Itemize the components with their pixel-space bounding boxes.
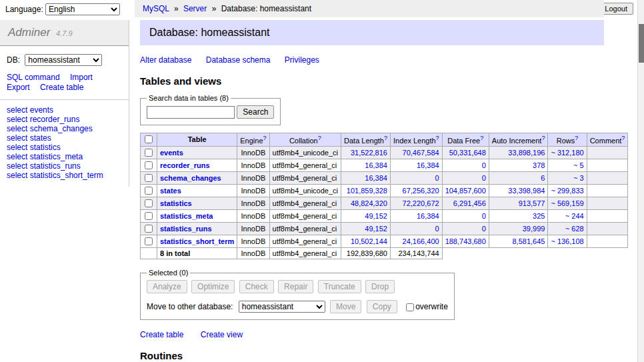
drop-button[interactable]: Drop — [365, 280, 395, 293]
move-database-select[interactable]: homeassistant — [239, 301, 325, 313]
adminer-logo-link[interactable]: Adminer — [8, 26, 50, 39]
search-input[interactable] — [147, 106, 235, 119]
rows-link-schema_changes[interactable]: ~ 3 — [573, 174, 584, 182]
data-length-link-states[interactable]: 101,859,328 — [347, 187, 387, 195]
language-select[interactable]: English — [45, 3, 120, 15]
sidebar-table-link-recorder_runs[interactable]: recorder_runs — [30, 115, 80, 124]
row-checkbox-schema_changes[interactable] — [145, 174, 153, 182]
breadcrumb-link-mysql[interactable]: MySQL — [143, 4, 169, 13]
select-link-states[interactable]: select — [7, 133, 27, 143]
data-length-link-events[interactable]: 31,522,816 — [351, 149, 387, 157]
repair-button[interactable]: Repair — [278, 280, 313, 293]
index-length-link-statistics[interactable]: 72,220,672 — [403, 199, 439, 207]
column-help-link[interactable]: ? — [384, 135, 387, 141]
index-length-link-events[interactable]: 70,467,584 — [403, 149, 439, 157]
breadcrumb-link-server[interactable]: Server — [183, 4, 207, 13]
index-length-link-schema_changes[interactable]: 0 — [435, 174, 439, 182]
sidebar-table-link-statistics_short_term[interactable]: statistics_short_term — [30, 171, 103, 180]
sidebar-table-link-statistics_meta[interactable]: statistics_meta — [30, 152, 83, 161]
data-free-link-statistics_runs[interactable]: 0 — [482, 225, 486, 233]
sidebar-table-link-statistics[interactable]: statistics — [30, 143, 61, 152]
sql-command-link[interactable]: SQL command — [7, 73, 60, 82]
create-view-link[interactable]: Create view — [201, 330, 243, 339]
logout-button[interactable]: Logout — [599, 3, 633, 15]
rows-link-statistics_runs[interactable]: ~ 628 — [565, 225, 584, 233]
vertical-scrollbar[interactable] — [637, 0, 644, 362]
row-checkbox-recorder_runs[interactable] — [145, 161, 153, 169]
index-length-link-states[interactable]: 67,256,320 — [403, 187, 439, 195]
data-length-link-recorder_runs[interactable]: 16,384 — [365, 161, 387, 169]
select-link-schema_changes[interactable]: select — [7, 124, 27, 133]
auto-increment-link-statistics_meta[interactable]: 325 — [533, 212, 545, 220]
table-structure-link-states[interactable]: states — [160, 187, 181, 195]
auto-increment-link-events[interactable]: 33,898,196 — [508, 149, 545, 157]
scrollbar-thumb[interactable] — [639, 24, 644, 63]
table-structure-link-schema_changes[interactable]: schema_changes — [160, 174, 221, 182]
table-structure-link-statistics[interactable]: statistics — [160, 199, 192, 207]
row-checkbox-statistics_short_term[interactable] — [145, 237, 153, 245]
sidebar-table-link-events[interactable]: events — [30, 105, 53, 115]
sidebar-table-link-schema_changes[interactable]: schema_changes — [30, 124, 93, 133]
column-help-link[interactable]: ? — [263, 135, 267, 141]
table-structure-link-events[interactable]: events — [160, 149, 183, 157]
data-free-link-statistics[interactable]: 6,291,456 — [453, 199, 486, 207]
auto-increment-link-schema_changes[interactable]: 6 — [541, 174, 545, 182]
data-free-link-recorder_runs[interactable]: 0 — [482, 161, 486, 169]
select-link-statistics_meta[interactable]: select — [7, 152, 27, 161]
table-structure-link-statistics_meta[interactable]: statistics_meta — [160, 212, 213, 220]
database-schema-link[interactable]: Database schema — [206, 55, 271, 65]
check-button[interactable]: Check — [239, 280, 274, 293]
data-free-link-events[interactable]: 50,331,648 — [449, 149, 486, 157]
auto-increment-link-statistics[interactable]: 913,577 — [519, 199, 545, 207]
select-link-statistics_runs[interactable]: select — [7, 161, 27, 171]
search-button[interactable]: Search — [237, 105, 274, 119]
rows-link-events[interactable]: ~ 312,180 — [551, 149, 583, 157]
alter-database-link[interactable]: Alter database — [140, 55, 191, 65]
column-help-link[interactable]: ? — [480, 135, 483, 141]
overwrite-checkbox[interactable] — [406, 303, 414, 311]
import-link[interactable]: Import — [70, 73, 93, 82]
column-help-link[interactable]: ? — [318, 135, 321, 141]
optimize-button[interactable]: Optimize — [191, 280, 235, 293]
row-checkbox-statistics_runs[interactable] — [145, 225, 153, 233]
table-structure-link-recorder_runs[interactable]: recorder_runs — [160, 161, 210, 169]
index-length-link-statistics_short_term[interactable]: 24,166,400 — [403, 237, 439, 245]
select-link-statistics[interactable]: select — [7, 143, 27, 152]
data-length-link-schema_changes[interactable]: 16,384 — [365, 174, 387, 182]
export-link[interactable]: Export — [7, 83, 30, 92]
rows-link-statistics[interactable]: ~ 569,159 — [551, 199, 583, 207]
create-table-link-sidebar[interactable]: Create table — [40, 83, 83, 92]
copy-button[interactable]: Copy — [367, 300, 397, 313]
auto-increment-link-statistics_runs[interactable]: 39,999 — [523, 225, 545, 233]
data-length-link-statistics[interactable]: 48,824,320 — [351, 199, 387, 207]
row-checkbox-statistics_meta[interactable] — [145, 212, 153, 220]
move-button[interactable]: Move — [330, 300, 361, 313]
data-length-link-statistics_short_term[interactable]: 10,502,144 — [351, 237, 387, 245]
rows-link-states[interactable]: ~ 299,833 — [551, 187, 583, 195]
column-help-link[interactable]: ? — [575, 135, 578, 141]
data-free-link-statistics_meta[interactable]: 0 — [482, 212, 486, 220]
column-help-link[interactable]: ? — [436, 135, 439, 141]
row-checkbox-statistics[interactable] — [145, 199, 153, 207]
index-length-link-recorder_runs[interactable]: 16,384 — [417, 161, 439, 169]
index-length-link-statistics_meta[interactable]: 16,384 — [417, 212, 439, 220]
select-all-checkbox[interactable] — [145, 135, 153, 143]
create-table-link[interactable]: Create table — [140, 330, 183, 339]
auto-increment-link-states[interactable]: 33,398,984 — [508, 187, 545, 195]
privileges-link[interactable]: Privileges — [285, 55, 319, 65]
select-link-recorder_runs[interactable]: select — [7, 115, 27, 124]
analyze-button[interactable]: Analyze — [147, 280, 187, 293]
row-checkbox-states[interactable] — [145, 187, 153, 195]
rows-link-statistics_short_term[interactable]: ~ 136,108 — [551, 237, 583, 245]
data-length-link-statistics_runs[interactable]: 49,152 — [365, 225, 387, 233]
sidebar-table-link-statistics_runs[interactable]: statistics_runs — [30, 161, 81, 171]
db-select[interactable]: homeassistant — [25, 54, 102, 66]
auto-increment-link-recorder_runs[interactable]: 378 — [533, 161, 545, 169]
auto-increment-link-statistics_short_term[interactable]: 8,581,645 — [512, 237, 545, 245]
data-free-link-states[interactable]: 104,857,600 — [445, 187, 486, 195]
data-length-link-statistics_meta[interactable]: 49,152 — [365, 212, 387, 220]
data-free-link-schema_changes[interactable]: 0 — [482, 174, 486, 182]
index-length-link-statistics_runs[interactable]: 0 — [435, 225, 439, 233]
rows-link-recorder_runs[interactable]: ~ 5 — [573, 161, 584, 169]
select-link-statistics_short_term[interactable]: select — [7, 171, 27, 180]
